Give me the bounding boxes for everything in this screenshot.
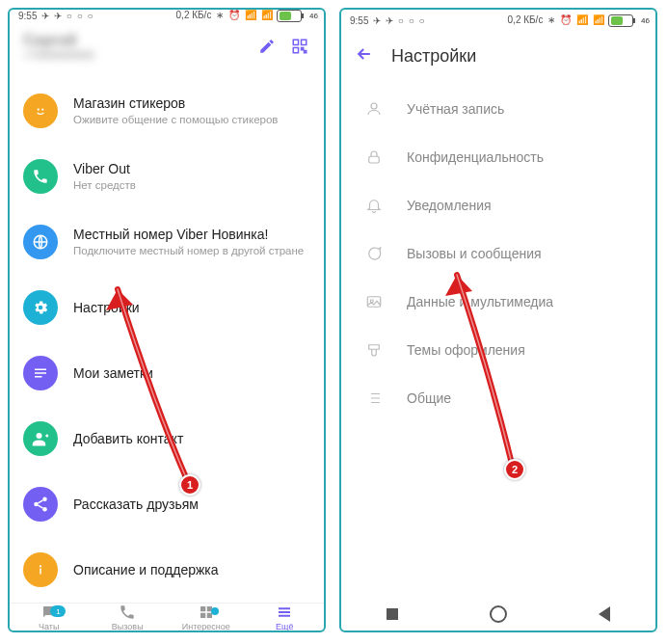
signal-icon: 📶	[576, 14, 588, 25]
nav-calls[interactable]: Вызовы	[89, 604, 168, 631]
info-icon	[23, 552, 58, 587]
row-notifications[interactable]: Уведомления	[341, 181, 655, 229]
settings-header: Настройки	[341, 31, 655, 85]
item-title: Магазин стикеров	[73, 95, 310, 111]
row-account[interactable]: Учётная запись	[341, 85, 655, 133]
battery-text: 46	[641, 16, 650, 25]
user-icon	[362, 100, 386, 118]
gear-icon	[23, 290, 58, 325]
bluetooth-icon: ∗	[547, 14, 558, 25]
svg-rect-0	[293, 40, 298, 44]
row-themes[interactable]: Темы оформления	[341, 326, 655, 374]
chat-icon	[362, 245, 386, 262]
svg-point-9	[42, 497, 47, 502]
svg-rect-20	[369, 156, 380, 163]
item-title: Настройки	[73, 300, 310, 315]
telegram-icon: ✈	[41, 11, 49, 21]
svg-point-5	[38, 108, 40, 110]
status-dot: ○	[418, 15, 424, 26]
row-general[interactable]: Общие	[341, 374, 655, 422]
battery-icon	[277, 10, 302, 22]
svg-rect-13	[40, 569, 41, 575]
item-stickers[interactable]: Магазин стикеров Оживите общение с помощ…	[10, 78, 324, 144]
svg-point-19	[371, 103, 377, 109]
status-data: 0,2 КБ/с	[176, 10, 212, 20]
edit-icon[interactable]	[256, 38, 278, 55]
svg-point-6	[41, 108, 43, 110]
item-info[interactable]: Описание и поддержка	[10, 537, 324, 603]
telegram-icon: ✈	[54, 11, 62, 21]
svg-rect-2	[293, 48, 298, 53]
status-time: 9:55	[18, 11, 37, 21]
svg-point-12	[40, 565, 41, 567]
phone-screen-settings: 9:55 ✈ ✈ ○ ○ ○ 0,2 КБ/с ∗ ⏰ 📶 📶 46 Настр…	[339, 8, 657, 632]
svg-rect-16	[200, 613, 205, 618]
nav-chats[interactable]: 1 Чаты	[10, 604, 89, 631]
battery-icon	[608, 14, 633, 27]
nav-more[interactable]: Ещё	[246, 604, 325, 631]
status-dot: ○	[398, 15, 404, 26]
nav-dot	[211, 607, 219, 615]
item-localnumber[interactable]: Местный номер Viber Новинка! Подключите …	[10, 209, 324, 275]
home-button[interactable]	[158, 631, 175, 632]
lock-icon	[362, 148, 386, 166]
phone-screen-more: 9:55 ✈ ✈ ○ ○ ○ 0,2 КБ/с ∗ ⏰ 📶 📶 46 Серге…	[8, 8, 326, 632]
sticker-icon	[23, 94, 58, 128]
phone-icon	[23, 159, 58, 194]
alarm-icon: ⏰	[560, 14, 572, 25]
svg-point-11	[42, 507, 47, 512]
qr-icon[interactable]	[289, 38, 310, 55]
row-calls-messages[interactable]: Вызовы и сообщения	[341, 229, 655, 278]
home-button[interactable]	[490, 605, 507, 623]
item-title: Местный номер Viber Новинка!	[73, 227, 310, 242]
item-title: Мои заметки	[73, 365, 310, 381]
bell-icon	[362, 197, 386, 214]
system-nav	[341, 598, 655, 631]
item-title: Добавить контакт	[73, 431, 310, 446]
nav-explore[interactable]: Интересное	[167, 604, 246, 631]
page-title: Настройки	[391, 46, 476, 67]
svg-rect-4	[305, 51, 307, 53]
notes-icon	[23, 356, 58, 390]
signal-icon: 📶	[245, 10, 256, 20]
telegram-icon: ✈	[373, 15, 381, 26]
row-media[interactable]: Данные и мультимедиа	[341, 278, 655, 326]
globe-icon	[23, 225, 58, 259]
back-button[interactable]	[599, 606, 610, 622]
status-bar: 9:55 ✈ ✈ ○ ○ ○ 0,2 КБ/с ∗ ⏰ 📶 📶 46	[10, 10, 324, 22]
item-addcontact[interactable]: Добавить контакт	[10, 406, 324, 471]
svg-rect-14	[200, 606, 205, 611]
profile-name[interactable]: Сергей +79990000000	[23, 32, 245, 61]
status-time: 9:55	[350, 15, 368, 26]
battery-text: 46	[309, 12, 318, 20]
telegram-icon: ✈	[386, 15, 393, 26]
item-subtitle: Оживите общение с помощью стикеров	[73, 113, 310, 127]
item-title: Описание и поддержка	[73, 562, 310, 577]
share-icon	[23, 487, 58, 522]
status-dot: ○	[77, 11, 83, 21]
bluetooth-icon: ∗	[216, 10, 227, 20]
svg-point-10	[34, 502, 39, 507]
nav-badge: 1	[50, 605, 66, 617]
item-viberout[interactable]: Viber Out Нет средств	[10, 144, 324, 209]
item-subtitle: Подключите местный номер в другой стране	[73, 244, 310, 258]
step-marker-2: 2	[504, 459, 525, 480]
row-privacy[interactable]: Конфиденциальность	[341, 133, 655, 181]
recent-apps-button[interactable]	[387, 608, 398, 620]
status-dot: ○	[67, 11, 72, 21]
item-settings[interactable]: Настройки	[10, 275, 324, 340]
svg-rect-1	[302, 40, 307, 44]
item-notes[interactable]: Мои заметки	[10, 340, 324, 406]
wifi-icon: 📶	[593, 14, 604, 25]
item-share[interactable]: Рассказать друзьям	[10, 471, 324, 537]
back-arrow-icon[interactable]	[355, 44, 374, 67]
media-icon	[362, 293, 386, 310]
status-data: 0,2 КБ/с	[508, 14, 544, 25]
system-nav	[10, 631, 324, 632]
item-title: Рассказать друзьям	[73, 496, 310, 512]
list-icon	[362, 389, 386, 407]
profile-header: Сергей +79990000000	[10, 22, 324, 78]
bottom-nav: 1 Чаты Вызовы Интересное Ещё	[10, 603, 324, 631]
item-subtitle: Нет средств	[73, 178, 310, 193]
status-bar: 9:55 ✈ ✈ ○ ○ ○ 0,2 КБ/с ∗ ⏰ 📶 📶 46	[341, 10, 655, 31]
